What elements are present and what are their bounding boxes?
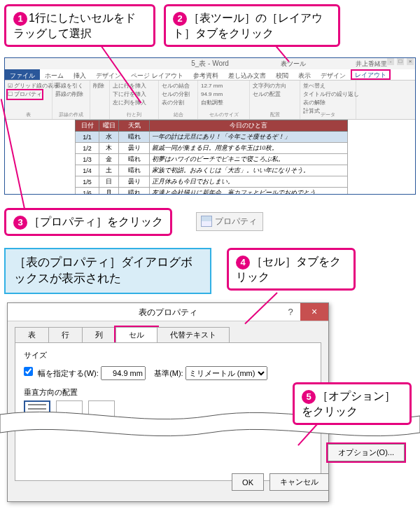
word-user-label: 井上香緒里 bbox=[356, 58, 387, 69]
ribbon-convert[interactable]: 表の解除 bbox=[303, 99, 353, 107]
ribbon-cell-align[interactable]: セルの配置 bbox=[253, 90, 297, 99]
width-checkbox[interactable] bbox=[24, 367, 33, 376]
ribbon-group-cellsize: セルのサイズ bbox=[198, 111, 249, 118]
ribbon-gridlines[interactable]: ☑ グリッド線の表示 bbox=[8, 82, 49, 90]
dialog-tab-alttext[interactable]: 代替テキスト bbox=[157, 327, 230, 343]
dialog-footer: OK キャンセル bbox=[7, 473, 329, 491]
dialog-tab-table[interactable]: 表 bbox=[15, 327, 49, 343]
cancel-button[interactable]: キャンセル bbox=[270, 473, 329, 491]
width-input[interactable] bbox=[101, 366, 146, 380]
th-date: 日付 bbox=[76, 120, 99, 132]
ribbon-properties[interactable]: ☐ プロパティ bbox=[8, 90, 42, 99]
callout-5-text: ［オプション］をクリック bbox=[302, 390, 396, 417]
callout-1: 11行にしたいセルをドラッグして選択 bbox=[4, 4, 155, 47]
ribbon-col-width[interactable]: 94.9 mm bbox=[201, 90, 246, 99]
maximize-button[interactable]: □ bbox=[397, 58, 404, 65]
table-tools-label: 表ツール bbox=[281, 58, 306, 69]
word-app-window: 5_表 - Word 表ツール 井上香緒里 - □ × ファイル ホーム 挿入 … bbox=[4, 57, 416, 195]
table-header-row: 日付 曜日 天気 今日のひと言 bbox=[76, 120, 348, 132]
options-button[interactable]: オプション(O)... bbox=[328, 444, 405, 461]
dialog-tab-column[interactable]: 列 bbox=[82, 327, 116, 343]
ribbon-repeat-header[interactable]: タイトル行の繰り返し bbox=[303, 90, 353, 99]
callout-4-text: ［セル］タブをクリック bbox=[236, 256, 341, 283]
ribbon-row-height[interactable]: 12.7 mm bbox=[201, 82, 246, 90]
valign-bottom[interactable] bbox=[88, 400, 115, 430]
ok-button[interactable]: OK bbox=[232, 473, 264, 491]
basis-label: 基準(M): bbox=[154, 369, 183, 377]
tab-review[interactable]: 校閲 bbox=[271, 69, 293, 80]
table-row: 1/6月晴れ友達と会社帰りに新年会。寒カフェとビールでおめでとう。 bbox=[76, 188, 348, 195]
th-day: 曜日 bbox=[99, 120, 119, 132]
section-size: サイズ 幅を指定する(W): 基準(M): ミリメートル (mm) bbox=[24, 350, 312, 380]
dialog-title-text: 表のプロパティ bbox=[139, 307, 197, 317]
dialog-tabs: 表 行 列 セル 代替テキスト bbox=[8, 321, 328, 343]
minimize-button[interactable]: - bbox=[387, 58, 394, 65]
table-properties-dialog: 表のプロパティ ? × 表 行 列 セル 代替テキスト サイズ 幅を指定する(W… bbox=[7, 302, 329, 502]
document-area: 日付 曜日 天気 今日のひと言 1/1水晴れ一年の計は元旦にあり！「今年こそ痩せ… bbox=[5, 120, 415, 195]
ribbon-erase-border[interactable]: 罫線の削除 bbox=[55, 90, 87, 99]
width-label: 幅を指定する(W): bbox=[38, 369, 99, 377]
ribbon-draw-border[interactable]: 罫線を引く bbox=[55, 82, 87, 90]
tab-table-design[interactable]: デザイン bbox=[316, 69, 351, 80]
ribbon-group-table: 表 bbox=[5, 111, 52, 118]
dialog-body: サイズ 幅を指定する(W): 基準(M): ミリメートル (mm) 垂直方向の配… bbox=[15, 342, 321, 481]
table-row: 1/5日曇り正月休みも今日でおしまい。 bbox=[76, 176, 348, 188]
ribbon-group-draw: 罫線の作成 bbox=[52, 111, 90, 118]
word-title-text: 5_表 - Word bbox=[191, 60, 229, 67]
dialog-titlebar: 表のプロパティ ? × bbox=[8, 303, 328, 321]
properties-button-icon: プロパティ bbox=[196, 212, 263, 231]
table-row: 1/1水晴れ一年の計は元旦にあり！「今年こそ痩せるぞ！」 bbox=[76, 132, 348, 143]
ribbon-sort[interactable]: 並べ替え bbox=[303, 82, 353, 90]
callout-5-num: 5 bbox=[302, 390, 316, 404]
ribbon-group-data: データ bbox=[300, 111, 356, 118]
section-valign: 垂直方向の配置 bbox=[24, 387, 312, 430]
ribbon-text-direction[interactable]: 文字列の方向 bbox=[253, 82, 297, 90]
close-button[interactable]: × bbox=[407, 58, 414, 65]
basis-select[interactable]: ミリメートル (mm) bbox=[186, 366, 267, 380]
table-row: 1/3金晴れ初夢はハワイのビーチでビキニで寝ころぶ私。 bbox=[76, 154, 348, 165]
ribbon-group-merge: 結合 bbox=[159, 111, 197, 118]
ribbon-delete[interactable]: 削除 bbox=[93, 82, 106, 90]
tab-view[interactable]: 表示 bbox=[293, 69, 316, 80]
ribbon-tabs: ファイル ホーム 挿入 デザイン ページ レイアウト 参考資料 差し込み文書 校… bbox=[5, 69, 415, 81]
ribbon-split-table[interactable]: 表の分割 bbox=[162, 99, 195, 107]
diary-table[interactable]: 日付 曜日 天気 今日のひと言 1/1水晴れ一年の計は元旦にあり！「今年こそ痩せ… bbox=[75, 120, 348, 195]
th-comment: 今日のひと言 bbox=[150, 120, 348, 132]
ribbon-group-align: 配置 bbox=[250, 111, 300, 118]
callout-2: 2［表ツール］の［レイアウト］タブをクリック bbox=[164, 4, 340, 47]
callout-1-text: 1行にしたいセルをドラッグして選択 bbox=[13, 12, 136, 39]
dialog-help-button[interactable]: ? bbox=[282, 303, 299, 321]
size-heading: サイズ bbox=[24, 350, 312, 361]
tab-home[interactable]: ホーム bbox=[40, 69, 69, 80]
ribbon-autofit[interactable]: 自動調整 bbox=[201, 99, 246, 107]
tab-design[interactable]: デザイン bbox=[91, 69, 126, 80]
ribbon-body: ☑ グリッド線の表示 ☐ プロパティ 表 罫線を引く 罫線の削除 罫線の作成 削… bbox=[5, 81, 415, 120]
ribbon-insert-above[interactable]: 上に行を挿入 bbox=[113, 82, 155, 90]
ribbon-insert-left[interactable]: 左に列を挿入 bbox=[113, 99, 155, 107]
callout-1-num: 1 bbox=[13, 12, 27, 26]
ribbon-insert-below[interactable]: 下に行を挿入 bbox=[113, 90, 155, 99]
callout-2-text: ［表ツール］の［レイアウト］タブをクリック bbox=[173, 12, 323, 39]
table-row: 1/2木曇り親戚一同が集まる日。用意する年玉は10枚。 bbox=[76, 143, 348, 154]
valign-top[interactable] bbox=[24, 400, 50, 430]
word-titlebar: 5_表 - Word 表ツール 井上香緒里 - □ × bbox=[5, 58, 415, 69]
ribbon-split-cells[interactable]: セルの分割 bbox=[162, 90, 195, 99]
dialog-close-button[interactable]: × bbox=[300, 303, 328, 321]
valign-heading: 垂直方向の配置 bbox=[24, 387, 312, 398]
tab-insert[interactable]: 挿入 bbox=[69, 69, 91, 80]
info-dialog-shown: ［表のプロパティ］ダイアログボックスが表示された bbox=[4, 248, 211, 294]
tab-references[interactable]: 参考資料 bbox=[188, 69, 223, 80]
tab-file[interactable]: ファイル bbox=[5, 69, 40, 80]
callout-2-num: 2 bbox=[173, 12, 187, 26]
tab-table-layout[interactable]: レイアウト bbox=[351, 69, 391, 80]
tab-pagelayout[interactable]: ページ レイアウト bbox=[126, 69, 188, 80]
callout-4-num: 4 bbox=[236, 256, 250, 270]
table-row: 1/4土晴れ家族で初詣。おみくじは「大吉」。いい年になりそう。 bbox=[76, 165, 348, 176]
callout-5: 5［オプション］をクリック bbox=[293, 382, 412, 425]
tab-mailings[interactable]: 差し込み文書 bbox=[223, 69, 271, 80]
dialog-tab-cell[interactable]: セル bbox=[115, 327, 158, 343]
valign-middle[interactable] bbox=[56, 400, 83, 430]
dialog-tab-row[interactable]: 行 bbox=[48, 327, 83, 343]
ribbon-merge-cells[interactable]: セルの結合 bbox=[162, 82, 195, 90]
ribbon-group-rowscols: 行と列 bbox=[110, 111, 158, 118]
